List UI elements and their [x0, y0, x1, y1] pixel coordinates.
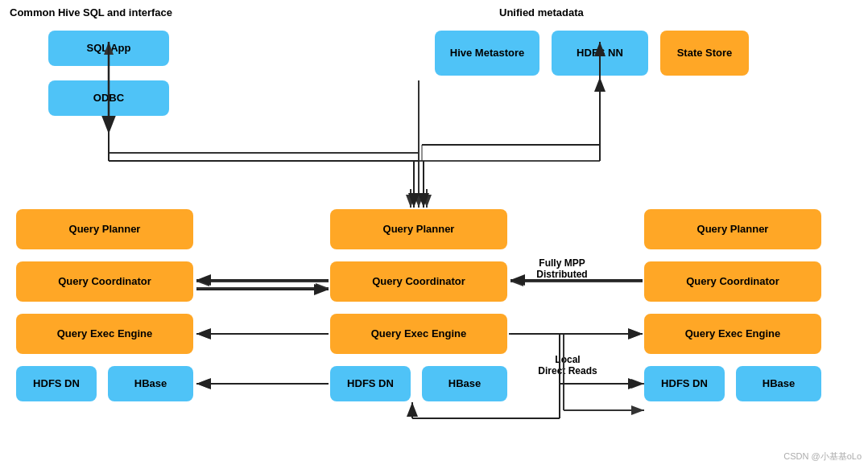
qp-left-box: Query Planner [16, 209, 193, 249]
hdfs-nn-box: HDFS NN [552, 31, 648, 76]
watermark: CSDN @小基基oLo [783, 450, 862, 463]
hdfs-dn-left-box: HDFS DN [16, 366, 97, 401]
hdfs-dn-mid-box: HDFS DN [330, 366, 411, 401]
sql-app-box: SQL App [48, 31, 169, 66]
qee-left-box: Query Exec Engine [16, 314, 193, 354]
label-top-left: Common Hive SQL and interface [10, 6, 172, 19]
state-store-box: State Store [660, 31, 749, 76]
qee-right-box: Query Exec Engine [644, 314, 821, 354]
local-reads-label: LocalDirect Reads [523, 354, 612, 376]
hdfs-dn-right-box: HDFS DN [644, 366, 725, 401]
hbase-left-box: HBase [108, 366, 193, 401]
hbase-right-box: HBase [736, 366, 821, 401]
hive-metastore-box: Hive Metastore [435, 31, 539, 76]
qc-left-box: Query Coordinator [16, 261, 193, 302]
odbc-box: ODBC [48, 80, 169, 116]
diagram: Common Hive SQL and interface Unified me… [0, 0, 868, 469]
qp-mid-box: Query Planner [330, 209, 507, 249]
qp-right-box: Query Planner [644, 209, 821, 249]
qc-mid-box: Query Coordinator [330, 261, 507, 302]
qee-mid-box: Query Exec Engine [330, 314, 507, 354]
fully-mpp-label: Fully MPPDistributed [522, 257, 602, 280]
hbase-mid-box: HBase [422, 366, 507, 401]
qc-right-box: Query Coordinator [644, 261, 821, 302]
label-top-right: Unified metadata [499, 6, 584, 19]
